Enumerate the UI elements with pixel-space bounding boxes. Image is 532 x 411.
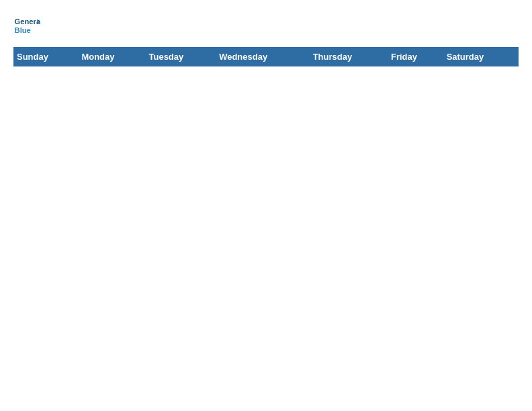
svg-text:Blue: Blue <box>15 26 31 34</box>
weekday-header-row: SundayMondayTuesdayWednesdayThursdayFrid… <box>14 48 519 66</box>
calendar-header: SundayMondayTuesdayWednesdayThursdayFrid… <box>14 48 519 66</box>
weekday-header-tuesday: Tuesday <box>146 48 216 66</box>
weekday-header-sunday: Sunday <box>14 48 79 66</box>
calendar-table: SundayMondayTuesdayWednesdayThursdayFrid… <box>13 47 519 66</box>
weekday-header-saturday: Saturday <box>443 48 518 66</box>
logo-icon: General Blue <box>13 13 40 40</box>
weekday-header-monday: Monday <box>79 48 146 66</box>
weekday-header-wednesday: Wednesday <box>216 48 310 66</box>
svg-text:General: General <box>15 17 40 26</box>
logo: General Blue <box>13 13 44 40</box>
weekday-header-friday: Friday <box>388 48 443 66</box>
weekday-header-thursday: Thursday <box>310 48 388 66</box>
page-header: General Blue <box>13 13 519 40</box>
